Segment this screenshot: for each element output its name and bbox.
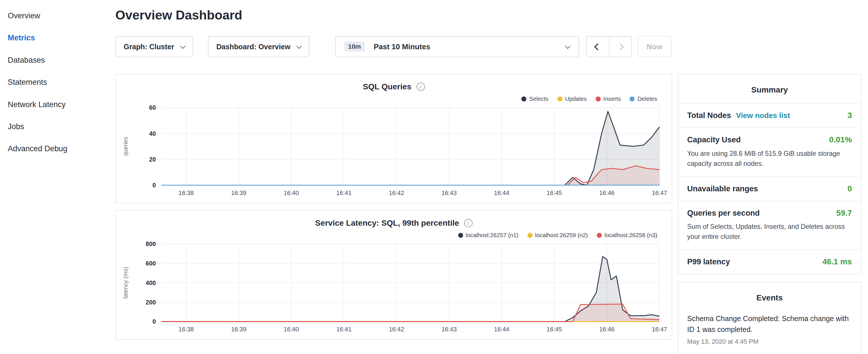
svg-text:16:39: 16:39 xyxy=(231,190,246,196)
svg-text:0: 0 xyxy=(152,182,156,189)
event-timestamp: May 13, 2020 at 4:45 PM xyxy=(687,338,852,345)
event-text: Schema Change Completed: Schema change w… xyxy=(687,313,852,336)
legend-label: localhost:26258 (n3) xyxy=(604,232,657,238)
legend-dot xyxy=(527,232,532,237)
svg-text:queries: queries xyxy=(122,137,129,156)
sidebar-item-advanced-debug[interactable]: Advanced Debug xyxy=(0,137,106,160)
chevron-left-icon xyxy=(594,43,601,50)
sidebar-item-metrics[interactable]: Metrics xyxy=(0,27,106,49)
svg-text:16:46: 16:46 xyxy=(599,326,614,333)
events-panel: Events Schema Change Completed: Schema c… xyxy=(678,282,861,354)
right-column: Summary Total Nodes View nodes list 3 Ca… xyxy=(678,74,861,354)
svg-text:16:42: 16:42 xyxy=(389,190,404,196)
svg-text:16:39: 16:39 xyxy=(231,326,246,333)
summary-row-p99-latency: P99 latency 46.1 ms xyxy=(678,250,861,274)
svg-text:16:41: 16:41 xyxy=(336,326,351,333)
sidebar-item-jobs[interactable]: Jobs xyxy=(0,116,106,137)
service-latency-chart[interactable]: 020040060080016:3816:3916:4016:4116:4216… xyxy=(120,238,667,338)
svg-text:600: 600 xyxy=(146,260,156,267)
p99-latency-label: P99 latency xyxy=(687,257,730,266)
sidebar-item-network-latency[interactable]: Network Latency xyxy=(0,93,106,115)
legend-label: Updates xyxy=(565,95,587,102)
time-step-buttons xyxy=(586,36,631,57)
legend-label: Deletes xyxy=(638,95,657,102)
legend-item[interactable]: Selects xyxy=(522,95,549,102)
p99-latency-value: 46.1 ms xyxy=(823,257,852,266)
service-latency-chart-panel: Service Latency: SQL, 99th percentile i … xyxy=(116,210,672,340)
svg-text:200: 200 xyxy=(146,299,156,306)
legend-item[interactable]: localhost:26257 (n1) xyxy=(458,232,518,238)
time-step-forward-button[interactable] xyxy=(609,37,631,57)
dashboard-selector-label: Dashboard: Overview xyxy=(216,42,290,51)
chart-legend: SelectsUpdatesInsertsDeletes xyxy=(120,95,657,102)
total-nodes-label: Total Nodes xyxy=(687,111,731,120)
summary-row-total-nodes: Total Nodes View nodes list 3 xyxy=(678,103,861,127)
legend-item[interactable]: localhost:26259 (n2) xyxy=(527,232,588,238)
chevron-right-icon xyxy=(617,43,624,50)
sidebar-item-statements[interactable]: Statements xyxy=(0,71,106,93)
charts-column: SQL Queries i SelectsUpdatesInsertsDelet… xyxy=(116,74,672,340)
svg-text:16:47: 16:47 xyxy=(652,190,667,196)
unavailable-ranges-label: Unavailable ranges xyxy=(687,184,758,193)
time-window-dropdown[interactable]: 10m Past 10 Minutes xyxy=(335,36,579,57)
svg-text:16:43: 16:43 xyxy=(442,190,457,196)
time-step-back-button[interactable] xyxy=(587,37,609,57)
sql-queries-chart-panel: SQL Queries i SelectsUpdatesInsertsDelet… xyxy=(116,74,672,203)
capacity-used-value: 0.01% xyxy=(829,135,852,144)
legend-label: Selects xyxy=(529,95,549,102)
now-button[interactable]: Now xyxy=(637,36,672,57)
time-window-badge: 10m xyxy=(344,41,365,52)
legend-item[interactable]: Updates xyxy=(557,95,587,102)
graph-selector-label: Graph: Cluster xyxy=(124,42,174,51)
chevron-down-icon xyxy=(180,43,185,49)
dashboard-selector-dropdown[interactable]: Dashboard: Overview xyxy=(208,36,309,57)
sidebar: Overview Metrics Databases Statements Ne… xyxy=(0,0,106,354)
legend-dot xyxy=(557,96,562,101)
svg-text:16:45: 16:45 xyxy=(547,326,562,333)
svg-text:16:41: 16:41 xyxy=(336,190,351,196)
total-nodes-value: 3 xyxy=(847,111,852,120)
main-content: Overview Dashboard Graph: Cluster Dashbo… xyxy=(116,0,672,340)
svg-text:16:38: 16:38 xyxy=(179,326,194,333)
summary-row-queries-per-second: Queries per second 59.7 Sum of Selects, … xyxy=(678,201,861,250)
legend-dot xyxy=(595,96,600,101)
chart-title: Service Latency: SQL, 99th percentile xyxy=(315,219,459,227)
time-window-label: Past 10 Minutes xyxy=(374,42,566,51)
page-title: Overview Dashboard xyxy=(116,8,672,23)
summary-row-capacity-used: Capacity Used 0.01% You are using 28.6 M… xyxy=(678,127,861,176)
chart-legend: localhost:26257 (n1)localhost:26259 (n2)… xyxy=(120,232,657,238)
queries-per-second-value: 59.7 xyxy=(836,208,852,217)
svg-text:16:40: 16:40 xyxy=(284,326,299,333)
svg-text:16:47: 16:47 xyxy=(652,326,667,333)
svg-text:latency (ms): latency (ms) xyxy=(122,267,129,299)
legend-dot xyxy=(597,232,601,237)
legend-label: localhost:26259 (n2) xyxy=(535,232,588,238)
sidebar-item-databases[interactable]: Databases xyxy=(0,49,106,71)
svg-text:16:46: 16:46 xyxy=(599,190,614,196)
svg-text:16:44: 16:44 xyxy=(494,190,509,196)
svg-text:0: 0 xyxy=(152,318,156,325)
controls-bar: Graph: Cluster Dashboard: Overview 10m P… xyxy=(116,36,672,57)
legend-item[interactable]: Inserts xyxy=(595,95,621,102)
legend-item[interactable]: localhost:26258 (n3) xyxy=(597,232,657,238)
svg-text:800: 800 xyxy=(146,240,156,248)
view-nodes-list-link[interactable]: View nodes list xyxy=(736,111,790,120)
svg-text:16:42: 16:42 xyxy=(389,326,404,333)
svg-text:16:40: 16:40 xyxy=(284,190,299,196)
queries-per-second-label: Queries per second xyxy=(687,208,760,217)
legend-item[interactable]: Deletes xyxy=(630,95,657,102)
unavailable-ranges-value: 0 xyxy=(847,184,852,193)
legend-label: Inserts xyxy=(603,95,621,102)
sidebar-item-overview[interactable]: Overview xyxy=(0,4,106,26)
event-item[interactable]: Schema Change Completed: Schema change w… xyxy=(678,311,861,353)
svg-text:16:44: 16:44 xyxy=(494,326,509,333)
sql-queries-chart[interactable]: 020406016:3816:3916:4016:4116:4216:4316:… xyxy=(120,102,667,202)
chart-title: SQL Queries xyxy=(363,82,411,91)
info-icon[interactable]: i xyxy=(416,82,425,91)
app-root: Overview Metrics Databases Statements Ne… xyxy=(0,0,868,354)
queries-per-second-description: Sum of Selects, Updates, Inserts, and De… xyxy=(687,222,852,242)
info-icon[interactable]: i xyxy=(464,219,472,227)
svg-text:60: 60 xyxy=(149,104,156,111)
graph-selector-dropdown[interactable]: Graph: Cluster xyxy=(116,36,193,57)
svg-text:16:45: 16:45 xyxy=(547,190,562,196)
